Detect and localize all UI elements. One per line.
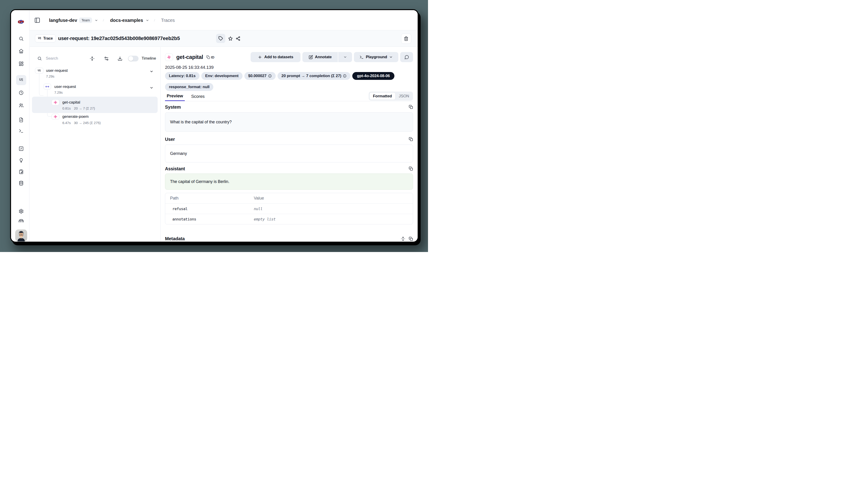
delete-trace-button[interactable] xyxy=(401,34,411,44)
prompts-file-icon xyxy=(19,118,24,122)
sidebar-item-datasets[interactable] xyxy=(16,178,26,188)
dashboard-icon xyxy=(19,61,24,66)
app-window: langfuse-dev Team docs-examples Traces T… xyxy=(10,9,418,242)
generation-icon-badge xyxy=(165,53,173,61)
desktop-background: langfuse-dev Team docs-examples Traces T… xyxy=(0,0,428,252)
assistant-message-box: The capital of Germany is Berlin. xyxy=(165,174,413,190)
collapse-all-icon[interactable] xyxy=(90,56,94,61)
row-chevron-down-icon[interactable] xyxy=(149,70,154,73)
format-toggle-formatted[interactable]: Formatted xyxy=(369,92,395,100)
copy-system-icon[interactable] xyxy=(409,105,413,109)
annotate-label: Annotate xyxy=(315,55,332,59)
playground-button[interactable]: Playground xyxy=(354,52,398,62)
metadata-section-header: Metadata xyxy=(165,236,185,241)
breadcrumb-separator-icon xyxy=(154,17,157,23)
share-icon[interactable] xyxy=(236,36,240,41)
sidebar-item-settings[interactable] xyxy=(16,206,26,216)
tag-button[interactable] xyxy=(216,34,225,43)
detail-actions: Add to datasets Annotate Playground xyxy=(251,52,413,62)
settings-gear-icon xyxy=(19,209,24,214)
breadcrumb-environment[interactable]: docs-examples xyxy=(110,18,143,23)
sidebar-item-support[interactable] xyxy=(16,219,26,222)
span-icon xyxy=(45,85,49,89)
selected-row-highlight xyxy=(32,97,158,113)
table-cell-path: refusal xyxy=(165,207,254,211)
tab-scores[interactable]: Scores xyxy=(190,92,206,101)
observation-title: get-capital xyxy=(176,54,203,60)
tree-search-input[interactable]: Search xyxy=(46,56,90,61)
expand-metadata-icon[interactable] xyxy=(401,237,405,241)
row-chevron-down-icon[interactable] xyxy=(149,86,154,90)
breadcrumb-page[interactable]: Traces xyxy=(161,18,175,23)
sidebar-item-users[interactable] xyxy=(16,100,26,110)
path-column-header: Path xyxy=(165,196,254,201)
download-icon[interactable] xyxy=(118,56,122,61)
sidebar-item-home[interactable] xyxy=(16,46,26,56)
search-icon xyxy=(19,36,24,41)
chevron-down-icon xyxy=(389,55,393,59)
table-row: refusal null xyxy=(165,204,413,214)
environment-chevron-down-icon[interactable] xyxy=(146,19,149,22)
format-toggle-json[interactable]: JSON xyxy=(395,94,412,98)
bookmark-star-icon[interactable] xyxy=(228,36,233,41)
tree-connector xyxy=(39,74,43,96)
sidebar-item-sessions[interactable] xyxy=(16,88,26,98)
tree-row-label: user-request xyxy=(54,85,76,89)
breadcrumb: langfuse-dev Team docs-examples Traces xyxy=(49,10,175,30)
model-badge[interactable]: gpt-4o-2024-08-06 xyxy=(352,72,394,80)
user-message-text: Germany xyxy=(165,151,187,156)
timeline-toggle[interactable] xyxy=(128,56,139,61)
top-navigation-bar: langfuse-dev Team docs-examples Traces xyxy=(30,10,418,30)
cost-badge[interactable]: $0.000027 xyxy=(244,72,276,80)
comments-button[interactable] xyxy=(400,52,413,62)
tag-icon xyxy=(218,36,223,41)
tree-settings-icon[interactable] xyxy=(104,56,109,61)
tree-row-duration: 0.81s xyxy=(63,106,71,110)
copy-metadata-icon[interactable] xyxy=(409,237,413,241)
tree-row-duration: 7.29s xyxy=(54,90,63,94)
system-message-text: What is the capital of the country? xyxy=(165,120,232,125)
latency-badge: Latency: 0.81s xyxy=(165,72,199,80)
sessions-clock-icon xyxy=(19,90,24,95)
copy-id-button[interactable]: ID xyxy=(206,55,214,59)
trace-actions xyxy=(216,34,240,43)
trace-tree-icon xyxy=(37,36,42,40)
plus-icon xyxy=(258,55,262,59)
tree-row-tokens: 30 → 245 (Σ 275) xyxy=(74,121,101,125)
sidebar-item-playground[interactable] xyxy=(16,126,26,136)
user-avatar[interactable] xyxy=(15,230,27,241)
sidebar-item-dashboards[interactable] xyxy=(16,59,26,69)
trace-title: user-request: 19e27ac025d543b008e9086977… xyxy=(58,35,180,41)
assistant-section-header: Assistant xyxy=(165,166,185,172)
trace-type-label: Trace xyxy=(43,36,53,40)
sidebar-item-evals[interactable] xyxy=(16,144,26,154)
format-toggle: Formatted JSON xyxy=(369,92,413,101)
user-section-header: User xyxy=(165,137,175,142)
copy-user-icon[interactable] xyxy=(409,137,413,141)
table-cell-path: annotations xyxy=(165,217,254,221)
sidebar-item-prompts[interactable] xyxy=(16,115,26,125)
sidebar-toggle-icon[interactable] xyxy=(34,17,40,23)
datasets-database-icon xyxy=(19,181,24,186)
tokens-badge[interactable]: 20 prompt → 7 completion (Σ 27) xyxy=(278,72,351,80)
sidebar-item-tracing[interactable] xyxy=(16,75,26,85)
project-chevron-down-icon[interactable] xyxy=(94,19,98,22)
copy-assistant-icon[interactable] xyxy=(409,166,413,171)
breadcrumb-project[interactable]: langfuse-dev xyxy=(49,18,77,23)
id-label: ID xyxy=(211,55,214,59)
sidebar-item-search[interactable] xyxy=(16,34,26,44)
system-section-header: System xyxy=(165,105,181,110)
tab-preview[interactable]: Preview xyxy=(165,92,185,101)
annotate-pen-icon xyxy=(308,55,313,59)
chevron-down-icon xyxy=(343,55,347,59)
annotate-split-button: Annotate xyxy=(302,52,352,62)
insights-lightbulb-icon xyxy=(19,158,24,163)
annotate-dropdown-button[interactable] xyxy=(338,52,352,62)
table-cell-value: null xyxy=(254,207,263,211)
sidebar-item-insights[interactable] xyxy=(16,155,26,165)
sidebar-item-annotation[interactable] xyxy=(16,167,26,177)
response-format-badge: response_format: null xyxy=(165,83,213,91)
add-to-datasets-button[interactable]: Add to datasets xyxy=(251,52,301,62)
annotate-button[interactable]: Annotate xyxy=(302,52,338,62)
langfuse-logo[interactable] xyxy=(18,20,24,24)
